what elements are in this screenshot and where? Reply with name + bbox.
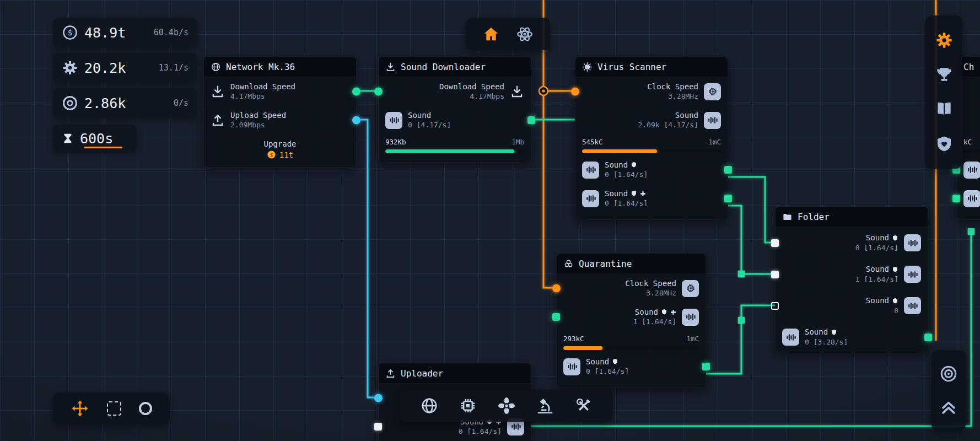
input-port-disconnected[interactable] <box>771 302 779 310</box>
wire-junction-square[interactable] <box>968 228 975 235</box>
sound-icon[interactable] <box>782 329 799 346</box>
output-port[interactable] <box>724 195 732 202</box>
wire-junction-square[interactable] <box>738 271 745 278</box>
globe-network-icon[interactable] <box>420 396 439 415</box>
row-value: 0 [3.28/s] <box>805 338 848 346</box>
sound-icon[interactable] <box>582 162 599 179</box>
gear-icon <box>62 60 78 76</box>
wire-scanner-to-folder-2 <box>728 206 775 274</box>
trophy-icon[interactable] <box>935 66 954 84</box>
row-value: 3.28MHz <box>646 289 676 297</box>
sound-icon[interactable] <box>904 266 921 283</box>
shield-icon <box>631 162 637 168</box>
top-dock <box>466 18 550 50</box>
disc-icon <box>62 95 78 111</box>
node-sound-downloader-header[interactable]: Sound Downloader <box>379 57 531 77</box>
input-port-clock[interactable] <box>552 284 561 293</box>
input-port[interactable] <box>552 313 560 321</box>
upgrade-button[interactable]: Upgrade $ 11t <box>204 135 356 166</box>
sound-icon[interactable] <box>904 234 921 251</box>
node-virus-scanner-header[interactable]: Virus Scanner <box>575 57 728 77</box>
scanner-output-row-1: Sound 0 [1.64/s] <box>575 155 728 184</box>
node-uploader-header[interactable]: Uploader <box>379 363 531 384</box>
move-tool-icon[interactable] <box>71 399 89 418</box>
node-title: Sound Downloader <box>401 62 486 72</box>
home-icon[interactable] <box>482 25 500 43</box>
input-port[interactable] <box>374 423 382 431</box>
node-sound-downloader[interactable]: Sound Downloader Download Speed 4.17Mbps… <box>378 56 531 163</box>
sound-icon[interactable] <box>963 162 980 179</box>
output-port[interactable] <box>702 363 710 370</box>
sound-icon[interactable] <box>563 358 580 375</box>
input-port[interactable] <box>374 394 383 402</box>
fan-cooling-icon[interactable] <box>497 396 516 415</box>
row-value: 0 [1.64/s] <box>855 244 898 252</box>
node-quarantine-header[interactable]: Quarantine <box>557 254 706 274</box>
download-icon <box>385 62 396 72</box>
row-value: 0 <box>894 307 898 315</box>
biohazard-icon <box>563 259 574 269</box>
shield-icon <box>612 358 618 365</box>
node-network-header[interactable]: Network Mk.36 <box>204 57 356 77</box>
ring-tool-icon[interactable] <box>139 402 152 415</box>
node-folder-header[interactable]: Folder <box>776 207 928 227</box>
node-network[interactable]: Network Mk.36 Download Speed 4.17Mbps Up… <box>203 56 357 168</box>
wire-scanner-to-folder-1 <box>728 177 775 243</box>
sound-icon[interactable] <box>682 309 699 326</box>
bottom-dock <box>400 390 613 422</box>
research-atom-icon[interactable] <box>516 25 534 43</box>
node-folder[interactable]: Folder Sound 0 [1.64/s] Sound 1 [1.64/s] <box>775 206 928 352</box>
wire-junction-dot <box>542 89 545 92</box>
chip-icon[interactable] <box>704 83 721 100</box>
input-port[interactable] <box>374 88 383 96</box>
output-port[interactable] <box>724 166 732 174</box>
node-title: Quarantine <box>579 259 632 269</box>
shield-heart-icon[interactable] <box>935 135 954 153</box>
input-port[interactable] <box>771 271 779 278</box>
coin-icon: $ <box>267 150 276 159</box>
svg-text:$: $ <box>68 28 72 37</box>
upload-icon <box>211 113 225 127</box>
network-upload-row: Upload Speed 2.09Mbps <box>204 106 356 135</box>
sound-icon[interactable] <box>704 112 721 129</box>
chip-icon[interactable] <box>682 280 699 297</box>
virus-icon <box>582 62 593 72</box>
tools-crossed-icon[interactable] <box>574 396 593 415</box>
scanner-output-row-2: Sound 0 [1.64/s] <box>575 184 728 213</box>
row-value: 2.09k [4.17/s] <box>638 121 698 129</box>
timer-value: 600s <box>80 131 113 147</box>
sound-icon[interactable] <box>582 190 599 207</box>
row-label: Sound <box>586 358 609 366</box>
sound-icon[interactable] <box>385 112 402 129</box>
double-chevron-up-icon[interactable] <box>939 398 958 417</box>
downloader-sound-row: Sound 0 [4.17/s] <box>379 106 531 135</box>
node-virus-scanner[interactable]: Virus Scanner Clock Speed 3.28MHz Sound … <box>575 56 728 220</box>
download-icon <box>211 84 225 99</box>
input-port[interactable] <box>771 239 779 247</box>
wire-junction-square[interactable] <box>738 317 745 324</box>
microscope-research-icon[interactable] <box>536 396 554 415</box>
sound-icon[interactable] <box>963 190 980 207</box>
progress-max: 1mC <box>686 335 699 343</box>
node-quarantine[interactable]: Quarantine Clock Speed 3.28MHz Sound 1 [… <box>556 253 706 388</box>
sound-icon[interactable] <box>904 297 921 314</box>
output-port-download[interactable] <box>352 88 360 96</box>
cpu-chip-icon[interactable] <box>459 396 477 415</box>
input-port-clock[interactable] <box>571 88 579 96</box>
dollar-coin-icon: $ <box>62 24 78 41</box>
output-port-upload[interactable] <box>352 116 360 125</box>
target-icon[interactable] <box>939 364 958 383</box>
settings-gear-icon[interactable] <box>935 31 954 50</box>
row-value: 3.28MHz <box>668 93 698 100</box>
output-port[interactable] <box>527 116 535 124</box>
gears-rate: 13.1/s <box>159 63 189 73</box>
book-icon[interactable] <box>935 100 954 119</box>
node-title: Virus Scanner <box>597 62 666 72</box>
resource-gears-panel: 20.2k 13.1/s <box>53 53 197 83</box>
shield-icon <box>892 266 898 273</box>
box-select-tool-icon[interactable] <box>107 401 121 416</box>
input-port[interactable] <box>952 195 960 202</box>
quarantine-output-row: Sound 0 [1.64/s] <box>557 352 706 381</box>
output-port[interactable] <box>924 334 932 341</box>
right-sidebar <box>925 15 962 169</box>
